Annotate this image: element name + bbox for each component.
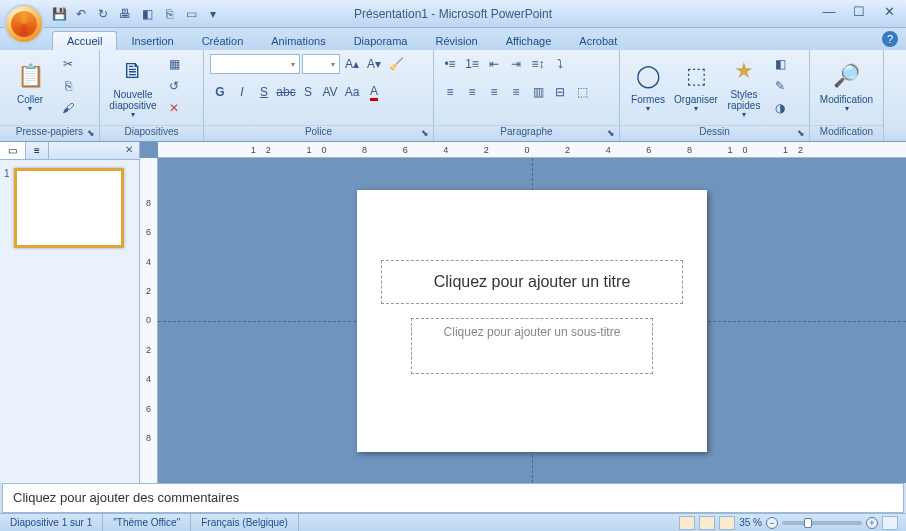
minimize-button[interactable]: — [820, 4, 838, 18]
dialog-launcher-icon[interactable]: ⬊ [86, 128, 96, 138]
normal-view-button[interactable] [679, 516, 695, 530]
slide-editor: 12108 642 024 6810 12 864 202 468 Clique… [140, 142, 906, 483]
quick-styles-icon: ★ [728, 55, 760, 87]
dialog-launcher-icon[interactable]: ⬊ [796, 128, 806, 138]
tab-revision[interactable]: Révision [421, 32, 491, 50]
group-editing: 🔎 Modification▾ Modification [810, 50, 884, 141]
group-slides: 🗎 Nouvelle diapositive ▾ ▦ ↺ ✕ Diapositi… [100, 50, 204, 141]
font-color-icon[interactable]: A [364, 82, 384, 102]
panel-close-icon[interactable]: ✕ [119, 142, 139, 159]
paste-button[interactable]: 📋 Coller ▾ [6, 54, 54, 120]
delete-icon[interactable]: ✕ [164, 98, 184, 118]
dialog-launcher-icon[interactable]: ⬊ [606, 128, 616, 138]
save-icon[interactable]: 💾 [50, 5, 68, 23]
new-slide-button[interactable]: 🗎 Nouvelle diapositive ▾ [106, 54, 160, 120]
convert-smartart-icon[interactable]: ⬚ [572, 82, 592, 102]
arrange-button[interactable]: ⬚ Organiser▾ [674, 54, 718, 120]
language[interactable]: Français (Belgique) [191, 514, 299, 531]
shapes-icon: ◯ [632, 60, 664, 92]
qat-item[interactable]: ◧ [138, 5, 156, 23]
dialog-launcher-icon[interactable]: ⬊ [420, 128, 430, 138]
shape-fill-icon[interactable]: ◧ [770, 54, 790, 74]
line-spacing-icon[interactable]: ≡↕ [528, 54, 548, 74]
print-icon[interactable]: 🖶 [116, 5, 134, 23]
grow-font-icon[interactable]: A▴ [342, 54, 362, 74]
qat-customize-icon[interactable]: ▾ [204, 5, 222, 23]
tab-creation[interactable]: Création [188, 32, 258, 50]
zoom-slider[interactable] [782, 521, 862, 525]
quick-styles-button[interactable]: ★ Styles rapides▾ [722, 54, 766, 120]
numbering-icon[interactable]: 1≡ [462, 54, 482, 74]
bold-button[interactable]: G [210, 82, 230, 102]
office-button[interactable] [4, 4, 44, 44]
window-title: Présentation1 - Microsoft PowerPoint [354, 7, 552, 21]
columns-icon[interactable]: ▥ [528, 82, 548, 102]
align-center-icon[interactable]: ≡ [462, 82, 482, 102]
find-icon: 🔎 [831, 60, 863, 92]
editing-button[interactable]: 🔎 Modification▾ [816, 54, 877, 120]
strike-button[interactable]: abc [276, 82, 296, 102]
canvas[interactable]: Cliquez pour ajouter un titre Cliquez po… [158, 158, 906, 483]
subtitle-placeholder[interactable]: Cliquez pour ajouter un sous-titre [411, 318, 653, 374]
clear-format-icon[interactable]: 🧹 [386, 54, 406, 74]
cut-icon[interactable]: ✂ [58, 54, 78, 74]
align-right-icon[interactable]: ≡ [484, 82, 504, 102]
tab-acrobat[interactable]: Acrobat [565, 32, 631, 50]
help-button[interactable]: ? [882, 31, 898, 47]
sorter-view-button[interactable] [699, 516, 715, 530]
redo-icon[interactable]: ↻ [94, 5, 112, 23]
tab-animations[interactable]: Animations [257, 32, 339, 50]
arrange-icon: ⬚ [680, 60, 712, 92]
outline-tab[interactable]: ≡ [26, 142, 49, 159]
qat-item[interactable]: ▭ [182, 5, 200, 23]
change-case-icon[interactable]: Aa [342, 82, 362, 102]
zoom-out-button[interactable]: − [766, 517, 778, 529]
underline-button[interactable]: S [254, 82, 274, 102]
reset-icon[interactable]: ↺ [164, 76, 184, 96]
slide-thumbnail[interactable]: 1 [4, 168, 135, 248]
align-left-icon[interactable]: ≡ [440, 82, 460, 102]
font-name-field[interactable]: ▾ [210, 54, 300, 74]
slide[interactable]: Cliquez pour ajouter un titre Cliquez po… [357, 190, 707, 452]
shape-outline-icon[interactable]: ✎ [770, 76, 790, 96]
theme-name[interactable]: "Thème Office" [103, 514, 191, 531]
zoom-in-button[interactable]: + [866, 517, 878, 529]
format-painter-icon[interactable]: 🖌 [58, 98, 78, 118]
tab-affichage[interactable]: Affichage [492, 32, 566, 50]
font-size-field[interactable]: ▾ [302, 54, 340, 74]
title-placeholder[interactable]: Cliquez pour ajouter un titre [381, 260, 683, 304]
tab-diaporama[interactable]: Diaporama [340, 32, 422, 50]
shape-effects-icon[interactable]: ◑ [770, 98, 790, 118]
zoom-level[interactable]: 35 % [739, 517, 762, 528]
zoom-thumb[interactable] [804, 518, 812, 528]
align-text-icon[interactable]: ⊟ [550, 82, 570, 102]
horizontal-ruler[interactable]: 12108 642 024 6810 12 [158, 142, 906, 158]
close-button[interactable]: ✕ [880, 4, 898, 18]
slideshow-view-button[interactable] [719, 516, 735, 530]
notes-pane[interactable]: Cliquez pour ajouter des commentaires [2, 483, 904, 513]
maximize-button[interactable]: ☐ [850, 4, 868, 18]
slides-tab[interactable]: ▭ [0, 142, 26, 159]
vertical-ruler[interactable]: 864 202 468 [140, 158, 158, 483]
status-bar: Diapositive 1 sur 1 "Thème Office" Franç… [0, 513, 906, 531]
clipboard-icon: 📋 [14, 60, 46, 92]
bullets-icon[interactable]: •≡ [440, 54, 460, 74]
shadow-button[interactable]: S [298, 82, 318, 102]
increase-indent-icon[interactable]: ⇥ [506, 54, 526, 74]
layout-icon[interactable]: ▦ [164, 54, 184, 74]
fit-to-window-button[interactable] [882, 516, 898, 530]
qat-item[interactable]: ⎘ [160, 5, 178, 23]
justify-icon[interactable]: ≡ [506, 82, 526, 102]
text-direction-icon[interactable]: ⤵ [550, 54, 570, 74]
tab-accueil[interactable]: Accueil [52, 31, 117, 50]
thumb-preview [14, 168, 124, 248]
undo-icon[interactable]: ↶ [72, 5, 90, 23]
tab-insertion[interactable]: Insertion [117, 32, 187, 50]
italic-button[interactable]: I [232, 82, 252, 102]
shapes-button[interactable]: ◯ Formes▾ [626, 54, 670, 120]
slide-counter[interactable]: Diapositive 1 sur 1 [0, 514, 103, 531]
copy-icon[interactable]: ⎘ [58, 76, 78, 96]
char-spacing-icon[interactable]: AV [320, 82, 340, 102]
shrink-font-icon[interactable]: A▾ [364, 54, 384, 74]
decrease-indent-icon[interactable]: ⇤ [484, 54, 504, 74]
